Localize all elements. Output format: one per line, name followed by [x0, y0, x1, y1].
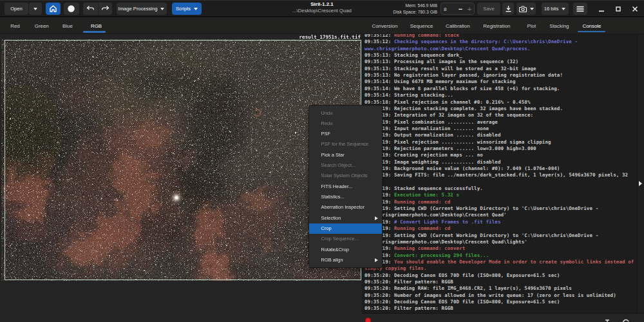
stop-processing-icon[interactable] — [365, 317, 372, 322]
redo-icon — [101, 5, 109, 12]
open-dropdown-button[interactable] — [29, 3, 42, 15]
console-line: 09:35:20: Filter pattern: RGGB — [365, 279, 453, 285]
console-line: 09:35:13: Stacking sequence dark_ — [365, 52, 462, 59]
open-button-label: Open — [10, 6, 23, 12]
console-line: 09:35:13: No registration layer passed, … — [365, 72, 563, 79]
home-button[interactable] — [46, 3, 61, 15]
save-button-label: Save — [483, 6, 494, 12]
image-panel: result_17951s.fit.tif — [0, 34, 362, 322]
minimize-button[interactable] — [594, 1, 609, 17]
console-text-default: Creating rejection maps ... no — [394, 152, 483, 158]
console-text-default: Starting stacking... — [394, 92, 453, 98]
selection-rectangle[interactable] — [5, 40, 361, 280]
console-text-default: Number of images allowed in the write qu… — [394, 292, 616, 298]
console-line: 09:35:14: Starting stacking... — [365, 92, 453, 99]
console-text-default: 09:35:12: — [365, 34, 394, 38]
console-line: 09:35:19: Image weighting ........... di… — [365, 159, 501, 166]
console-line: 09:35:19: Background noise value (channe… — [365, 166, 560, 172]
menu-item-crop-sequence: Crop Sequence... — [309, 234, 382, 244]
menu-item-undo: Undo — [309, 108, 382, 118]
console-text-default: Stacking result will be stored as a 32-b… — [394, 66, 536, 71]
menu-item-rotate-crop[interactable]: Rotate&Crop — [309, 245, 382, 255]
hamburger-menu-button[interactable] — [573, 3, 587, 15]
menu-item-statistics[interactable]: Statistics... — [309, 192, 382, 202]
menu-item-psf[interactable]: PSF — [309, 129, 382, 139]
image-processing-label: Image Processing — [118, 6, 158, 12]
redo-button[interactable] — [98, 3, 113, 15]
console-line: www.chrisgrimmerphoto.com\Desktop\Cresce… — [365, 46, 530, 52]
console-text-default: 09:35:14: — [365, 86, 394, 91]
tab-sequence[interactable]: Sequence — [410, 22, 433, 32]
record-button[interactable] — [64, 3, 79, 15]
export-button[interactable] — [502, 3, 514, 15]
menu-item-pick-a-star[interactable]: Pick a Star — [309, 150, 382, 160]
panel-expand-arrow-icon[interactable] — [639, 181, 642, 186]
zoom-in-button[interactable]: + — [466, 5, 473, 13]
menu-item-fits-header[interactable]: FITS Header... — [309, 182, 382, 192]
chevron-down-icon — [530, 8, 534, 10]
chevron-down-icon — [33, 8, 37, 10]
console-text-red: Running command: cd — [394, 199, 450, 205]
menu-item-aberration-inspector[interactable]: Aberration Inspector — [309, 202, 382, 213]
close-icon — [632, 6, 638, 12]
console-text-default: Rejection stacking complete. 32 images h… — [394, 106, 563, 111]
header-bar: Open Image Proces — [0, 0, 644, 16]
close-button[interactable] — [628, 1, 642, 17]
console-text-default: Output normalization ...... disabled — [394, 132, 501, 138]
scripts-label: Scripts — [176, 6, 191, 12]
console-text-default: 09:35:12: — [365, 39, 394, 44]
submenu-arrow-icon — [375, 258, 378, 262]
console-line: 09:35:19: Rejection stacking complete. 3… — [365, 106, 563, 112]
undo-button[interactable] — [83, 3, 98, 15]
console-text-default: Background noise value (channel: #0): 7.… — [394, 166, 560, 171]
console-line: 09:35:20: Number of images allowed in th… — [365, 292, 616, 299]
console-line: 09:35:19: Input normalization ....... no… — [365, 126, 489, 132]
console-text-blue: Checking sequences in the directory: C:\… — [394, 39, 578, 44]
astro-image[interactable]: result_17951s.fit.tif — [1, 39, 361, 281]
console-text-default: Integration of 32 images on 32 of the se… — [394, 112, 533, 118]
menu-item-rgb-align[interactable]: RGB align — [309, 255, 382, 265]
tab-red[interactable]: Red — [10, 22, 19, 32]
menu-item-crop[interactable]: Crop — [309, 223, 382, 234]
zoom-value: 8 — [444, 6, 446, 12]
snapshot-button[interactable] — [516, 3, 536, 15]
tab-conversion[interactable]: Conversion — [372, 22, 397, 32]
zoom-out-button[interactable]: − — [455, 5, 466, 13]
console-text-blue: www.chrisgrimmerphoto.com\Desktop\Cresce… — [365, 46, 530, 52]
console-line: 09:35:20: Decoding Canon EOS 70D file (I… — [365, 299, 560, 305]
tab-green[interactable]: Green — [35, 22, 49, 32]
image-filename-label: result_17951s.fit.tif — [299, 34, 361, 40]
console-text-default: 09:35:14: — [365, 92, 394, 98]
menu-item-solar-system-objects: Solar System Objects — [309, 171, 382, 181]
console-output[interactable]: 09:35:12: Running command: stack09:35:12… — [362, 34, 644, 313]
console-text-default: Pixel combination ......... average — [394, 119, 498, 125]
console-line: 09:35:19: Setting CWD (Current Working D… — [365, 232, 598, 239]
console-text-default: Input normalization ....... none — [394, 126, 489, 131]
console-text-default: www.chrisgrimmerphoto.com\Desktop\Cresce… — [365, 239, 527, 245]
menu-item-selection[interactable]: Selection — [309, 213, 382, 223]
download-icon — [505, 5, 512, 13]
save-button[interactable]: Save — [477, 3, 500, 15]
tab-stacking[interactable]: Stacking — [549, 22, 569, 32]
open-button[interactable]: Open — [5, 3, 28, 15]
maximize-button[interactable] — [611, 1, 625, 17]
console-text-default: 09:35:13: — [365, 66, 394, 71]
tab-blue[interactable]: Blue — [62, 22, 73, 32]
console-text-default: 09:35:13: — [365, 72, 394, 78]
minimize-icon — [598, 6, 605, 12]
console-text-default: Rejection parameters ...... low=3.000 hi… — [394, 146, 536, 151]
console-line: 09:35:19: Creating rejection maps ... no — [365, 152, 483, 158]
bit-depth-selector[interactable]: 16 bits — [542, 3, 569, 15]
tab-registration[interactable]: Registration — [483, 22, 510, 32]
menu-item-psf-for-the-sequence: PSF for the Sequence — [309, 139, 382, 149]
scripts-button[interactable]: Scripts — [172, 3, 202, 15]
panel-collapse-strip — [637, 34, 644, 312]
console-line: 09:35:19: # Convert Light Frames to .fit… — [365, 219, 501, 225]
console-line: 09:35:19: Setting CWD (Current Working D… — [365, 205, 598, 212]
console-line: 09:35:20: Filter pattern: RGGB — [365, 305, 453, 312]
tab-plot[interactable]: Plot — [527, 22, 536, 32]
tab-calibration[interactable]: Calibration — [446, 22, 470, 32]
console-line: 09:35:20: Decoding Canon EOS 70D file (I… — [365, 272, 560, 279]
console-line: 09:35:19: Pixel combination ......... av… — [365, 119, 498, 126]
image-processing-button[interactable]: Image Processing — [117, 3, 167, 15]
